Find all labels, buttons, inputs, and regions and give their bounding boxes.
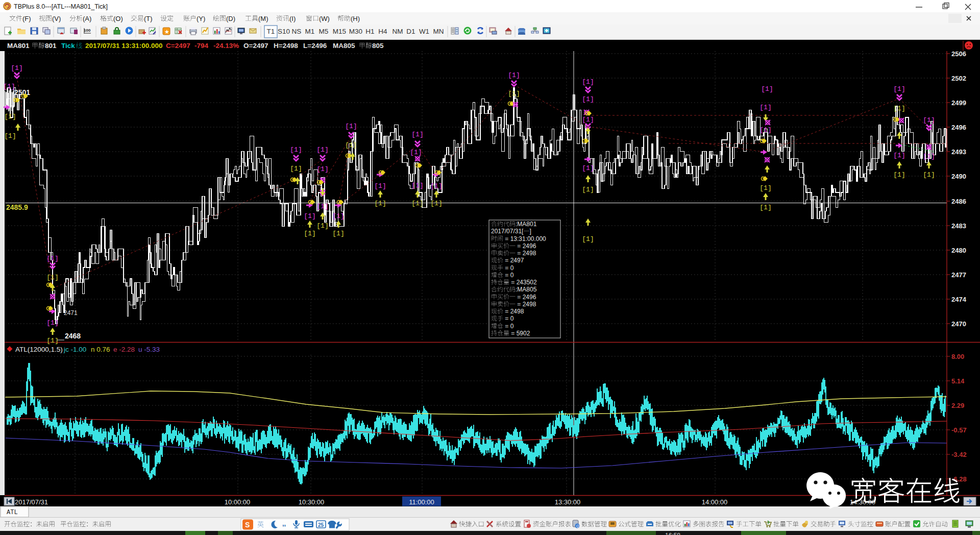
svg-text:[1]: [1] [332, 212, 344, 220]
svg-text:T1: T1 [267, 28, 275, 35]
svg-text:[1]: [1] [923, 116, 935, 124]
svg-text:= 2497: = 2497 [503, 257, 524, 264]
svg-text:[1]: [1] [316, 165, 328, 173]
svg-text:2474: 2474 [951, 296, 967, 303]
svg-text:M1: M1 [305, 28, 315, 35]
svg-text:[1]: [1] [430, 200, 442, 207]
svg-text:(T): (T) [144, 15, 153, 22]
svg-text:= 0: = 0 [503, 323, 514, 330]
svg-text:2483: 2483 [951, 222, 966, 230]
svg-text:W1: W1 [419, 28, 429, 35]
svg-text:13:30:00: 13:30:00 [555, 498, 581, 506]
svg-text:L=2496: L=2496 [303, 42, 327, 50]
svg-text:M15: M15 [333, 28, 346, 35]
svg-text:[1]: [1] [4, 113, 16, 120]
svg-text:[1]: [1] [760, 126, 771, 134]
svg-text:= 2496: = 2496 [516, 242, 536, 250]
svg-text:[1]: [1] [410, 149, 422, 156]
svg-text:MA805: MA805 [333, 42, 355, 50]
svg-text:[1]: [1] [304, 230, 315, 237]
svg-text:[1]: [1] [582, 78, 594, 86]
svg-text:[1]: [1] [411, 182, 423, 189]
svg-text:D1: D1 [406, 28, 415, 35]
svg-text:= 2498: = 2498 [516, 301, 536, 308]
svg-text:= 0: = 0 [503, 272, 514, 279]
svg-text:2496: 2496 [951, 124, 966, 131]
svg-text:(O): (O) [113, 15, 123, 22]
svg-text:2480: 2480 [951, 247, 966, 254]
svg-text:= 0: = 0 [503, 264, 514, 272]
svg-text:[1]: [1] [582, 235, 594, 243]
svg-text:[1]: [1] [923, 171, 935, 179]
svg-text:H=2498: H=2498 [274, 42, 298, 50]
svg-text:★: ★ [164, 29, 169, 35]
svg-text:(I): (I) [289, 15, 296, 22]
svg-text:MA801: MA801 [7, 42, 30, 50]
svg-text:[1]: [1] [508, 90, 520, 98]
svg-text:[1]: [1] [508, 71, 520, 79]
svg-text:jc -1.00: jc -1.00 [63, 346, 86, 353]
svg-text:[1]: [1] [411, 200, 423, 207]
svg-text:16:58: 16:58 [665, 532, 680, 535]
svg-text:ATL(12000,1.5): ATL(12000,1.5) [15, 346, 63, 353]
svg-text:ATL: ATL [7, 509, 18, 516]
svg-text:11:00:00: 11:00:00 [409, 498, 434, 506]
svg-text:(D): (D) [226, 15, 235, 22]
svg-text:2017/07/31: 2017/07/31 [15, 498, 48, 506]
svg-text:5.14: 5.14 [951, 377, 965, 385]
svg-text:[1]: [1] [582, 95, 594, 103]
svg-text:2486: 2486 [951, 198, 966, 205]
svg-text:2502: 2502 [951, 75, 966, 82]
svg-text:[1]: [1] [760, 104, 771, 111]
svg-text:(M): (M) [258, 15, 268, 22]
svg-text:M5: M5 [319, 28, 329, 35]
svg-text:2470: 2470 [951, 320, 966, 328]
svg-text:[1]: [1] [430, 182, 442, 190]
svg-text:(H): (H) [351, 15, 360, 22]
svg-text:100: 100 [84, 28, 91, 33]
svg-text:2493: 2493 [951, 148, 966, 156]
svg-text:801: 801 [45, 42, 57, 50]
svg-text:8.00: 8.00 [951, 353, 964, 360]
svg-text:[1]: [1] [582, 186, 594, 193]
svg-text:O=2497: O=2497 [243, 42, 268, 50]
svg-text:2477: 2477 [951, 271, 966, 279]
svg-text:-794: -794 [194, 42, 209, 50]
svg-text:10:00:00: 10:00:00 [225, 498, 251, 506]
svg-text:MA805: MA805 [517, 286, 536, 293]
svg-text:2017/07/31[: 2017/07/31[ [491, 228, 524, 235]
svg-text:S10: S10 [278, 28, 290, 35]
svg-text:[1]: [1] [582, 164, 594, 172]
svg-text:= 2498: = 2498 [503, 308, 524, 315]
svg-text:(Y): (Y) [197, 15, 205, 22]
svg-text:= 5902: = 5902 [509, 330, 530, 337]
svg-text:S: S [245, 521, 250, 529]
svg-text:(V): (V) [52, 15, 61, 22]
svg-text:[1]: [1] [345, 141, 357, 149]
svg-text:Q: Q [576, 524, 579, 528]
svg-text:[1]: [1] [893, 85, 905, 93]
svg-text:= 243502: = 243502 [509, 279, 537, 286]
svg-text:e -2.28: e -2.28 [113, 346, 135, 353]
svg-text:10:30:00: 10:30:00 [299, 498, 325, 506]
svg-text:(A): (A) [83, 15, 91, 22]
svg-text:[1]: [1] [761, 85, 773, 93]
svg-text:[1]: [1] [290, 146, 302, 154]
svg-text:2499: 2499 [951, 99, 966, 107]
svg-text:[1]: [1] [374, 200, 386, 207]
svg-text:2468: 2468 [65, 332, 81, 340]
svg-text:[1]: [1] [760, 204, 771, 211]
svg-text:u -5.33: u -5.33 [138, 346, 160, 353]
svg-text:M30: M30 [349, 28, 362, 35]
svg-text:TBPlus 8.0---[ATL---MA801_Tick: TBPlus 8.0---[ATL---MA801_Tick] [14, 3, 108, 10]
svg-text:C=2497: C=2497 [166, 42, 190, 50]
svg-text:H4: H4 [378, 28, 387, 35]
svg-text:[1]: [1] [345, 123, 357, 130]
svg-text:]: ] [529, 228, 531, 235]
svg-text:[1]: [1] [316, 203, 328, 210]
svg-text:805: 805 [372, 42, 384, 50]
svg-text:[1]: [1] [893, 171, 905, 179]
svg-text:2490: 2490 [951, 173, 966, 180]
svg-text:= 2498: = 2498 [516, 250, 536, 257]
svg-text:-3.42: -3.42 [951, 451, 967, 458]
